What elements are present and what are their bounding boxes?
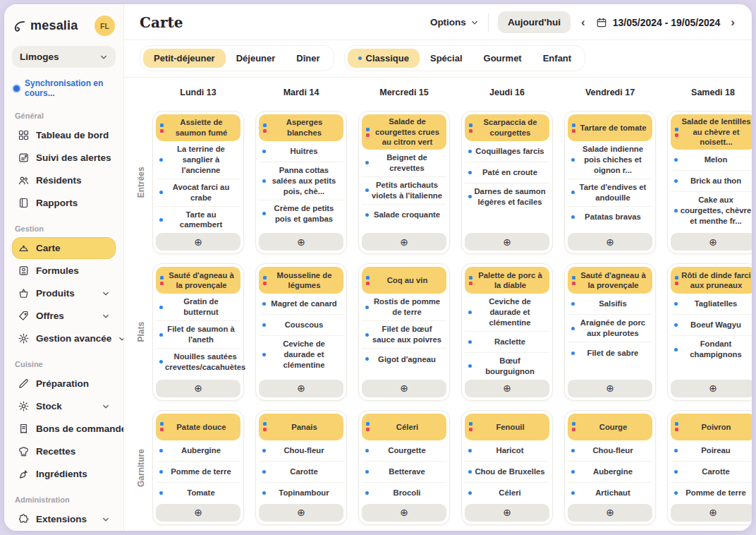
options-dropdown[interactable]: Options bbox=[430, 17, 479, 28]
dish-item[interactable]: Topinambour bbox=[259, 483, 343, 504]
dish-item[interactable]: Chou-fleur bbox=[259, 440, 343, 462]
dish-item[interactable]: Darnes de saumon légères et faciles bbox=[465, 184, 549, 210]
next-week-button[interactable]: › bbox=[729, 16, 736, 28]
dish-item[interactable]: Rostis de pomme de terre bbox=[362, 294, 446, 321]
dish-item[interactable]: Tomate bbox=[156, 483, 240, 504]
dish-item[interactable]: Aubergine bbox=[568, 462, 652, 483]
dish-item[interactable]: Artichaut bbox=[568, 483, 652, 504]
dish-item[interactable]: Huitres bbox=[259, 141, 343, 162]
dish-item[interactable]: La terrine de sanglier à l'ancienne bbox=[156, 141, 240, 179]
dish-item[interactable]: Salade croquante bbox=[362, 205, 446, 226]
dish-item[interactable]: Filet de saumon à l'aneth bbox=[156, 321, 240, 349]
dish-item[interactable]: Avocat farci au crabe bbox=[156, 179, 240, 207]
dish-item[interactable]: Boeuf Wagyu bbox=[671, 315, 752, 336]
add-dish-button[interactable]: ⊕ bbox=[259, 504, 343, 522]
featured-dish[interactable]: Assiette de saumon fumé bbox=[156, 114, 240, 141]
dish-item[interactable]: Céleri bbox=[465, 483, 549, 504]
dish-item[interactable]: Paté en croute bbox=[465, 162, 549, 184]
featured-dish[interactable]: Sauté d'agneau à la provençale bbox=[568, 267, 652, 294]
dish-item[interactable]: Bœuf bourguignon bbox=[465, 353, 549, 380]
add-dish-button[interactable]: ⊕ bbox=[259, 233, 343, 251]
tab-petit-dejeuner[interactable]: Petit-déjeuner bbox=[143, 49, 226, 68]
dish-item[interactable]: Patatas bravas bbox=[568, 207, 652, 228]
add-dish-button[interactable]: ⊕ bbox=[465, 380, 549, 397]
dish-item[interactable]: Melon bbox=[671, 150, 752, 171]
dish-item[interactable]: Araignée de porc aux pleurotes bbox=[568, 315, 652, 342]
dish-item[interactable]: Raclette bbox=[465, 332, 549, 353]
add-dish-button[interactable]: ⊕ bbox=[362, 233, 446, 251]
featured-dish[interactable]: Poivron bbox=[671, 414, 752, 440]
today-button[interactable]: Aujourd'hui bbox=[498, 11, 571, 33]
dish-item[interactable]: Courgette bbox=[362, 440, 446, 462]
tab-enfant[interactable]: Enfant bbox=[532, 49, 582, 68]
dish-item[interactable]: Beignet de crevettes bbox=[362, 150, 446, 177]
dish-item[interactable]: Chou de Bruxelles bbox=[465, 462, 549, 483]
featured-dish[interactable]: Coq au vin bbox=[362, 267, 446, 294]
dish-item[interactable]: Panna cottas salées aux petits pois, chè… bbox=[259, 162, 343, 200]
dish-item[interactable]: Magret de canard bbox=[259, 294, 343, 315]
dish-item[interactable]: Brocoli bbox=[362, 483, 446, 504]
add-dish-button[interactable]: ⊕ bbox=[156, 233, 240, 251]
dish-item[interactable]: Brick au thon bbox=[671, 171, 752, 192]
featured-dish[interactable]: Courge bbox=[568, 414, 652, 440]
sidebar-item-formules[interactable]: Formules bbox=[12, 260, 116, 282]
dish-item[interactable]: Pomme de terre bbox=[671, 483, 752, 504]
dish-item[interactable]: Ceviche de daurade et clémentine bbox=[259, 336, 343, 373]
prev-week-button[interactable]: ‹ bbox=[580, 16, 587, 28]
dish-item[interactable]: Aubergine bbox=[156, 440, 240, 462]
add-dish-button[interactable]: ⊕ bbox=[156, 380, 240, 397]
dish-item[interactable]: Petits artichauts violets à l'italienne bbox=[362, 177, 446, 205]
sidebar-item-gestion-avancee[interactable]: Gestion avancée bbox=[12, 327, 116, 349]
add-dish-button[interactable]: ⊕ bbox=[362, 504, 446, 522]
tab-gourmet[interactable]: Gourmet bbox=[473, 49, 532, 68]
sidebar-item-suivi-des-alertes[interactable]: Suivi des alertes bbox=[12, 147, 116, 169]
sidebar-item-produits[interactable]: Produits bbox=[12, 282, 116, 304]
add-dish-button[interactable]: ⊕ bbox=[362, 380, 446, 397]
featured-dish[interactable]: Céleri bbox=[362, 414, 446, 440]
tab-special[interactable]: Spécial bbox=[420, 49, 473, 68]
dish-item[interactable]: Couscous bbox=[259, 315, 343, 336]
featured-dish[interactable]: Panais bbox=[259, 414, 343, 440]
dish-item[interactable]: Filet de bœuf sauce aux poivres bbox=[362, 321, 446, 349]
tab-diner[interactable]: Dîner bbox=[286, 49, 330, 68]
dish-item[interactable]: Chou-fleur bbox=[568, 440, 652, 462]
dish-item[interactable]: Salade indienne pois chiches et oignon r… bbox=[568, 141, 652, 179]
featured-dish[interactable]: Mousseline de légumes bbox=[259, 267, 343, 294]
add-dish-button[interactable]: ⊕ bbox=[156, 504, 240, 522]
sidebar-item-tableau-de-bord[interactable]: Tableau de bord bbox=[12, 124, 116, 146]
sidebar-item-stock[interactable]: Stock bbox=[12, 395, 116, 417]
featured-dish[interactable]: Fenouil bbox=[465, 414, 549, 440]
dish-item[interactable]: Cake aux courgettes, chèvre et menthe fr… bbox=[671, 192, 752, 229]
featured-dish[interactable]: Salade de courgettes crues au citron ver… bbox=[362, 114, 446, 150]
add-dish-button[interactable]: ⊕ bbox=[671, 504, 752, 522]
sidebar-item-ingredients[interactable]: Ingrédients bbox=[12, 463, 116, 485]
dish-item[interactable]: Tagliatelles bbox=[671, 294, 752, 315]
dish-item[interactable]: Gigot d'agneau bbox=[362, 349, 446, 370]
featured-dish[interactable]: Patate douce bbox=[156, 414, 240, 440]
dish-item[interactable]: Salsifis bbox=[568, 294, 652, 315]
sidebar-item-bons-de-commandes[interactable]: Bons de commandes bbox=[12, 418, 116, 440]
dish-item[interactable]: Gratin de butternut bbox=[156, 294, 240, 321]
dish-item[interactable]: Pomme de terre bbox=[156, 462, 240, 483]
add-dish-button[interactable]: ⊕ bbox=[259, 380, 343, 397]
date-range-picker[interactable]: 13/05/2024 - 19/05/2024 bbox=[596, 17, 721, 28]
dish-item[interactable]: Coquillages farcis bbox=[465, 141, 549, 162]
dish-item[interactable]: Ceviche de daurade et clémentine bbox=[465, 294, 549, 332]
add-dish-button[interactable]: ⊕ bbox=[671, 233, 752, 251]
dish-item[interactable]: Crème de petits pois et gambas bbox=[259, 200, 343, 227]
featured-dish[interactable]: Tartare de tomate bbox=[568, 114, 652, 141]
sidebar-item-recettes[interactable]: Recettes bbox=[12, 440, 116, 462]
featured-dish[interactable]: Sauté d'agneau à la provençale bbox=[156, 267, 240, 294]
dish-item[interactable]: Haricot bbox=[465, 440, 549, 462]
featured-dish[interactable]: Rôti de dinde farci aux pruneaux bbox=[671, 267, 752, 294]
dish-item[interactable]: Poireau bbox=[671, 440, 752, 462]
dish-item[interactable]: Tarte au camembert bbox=[156, 207, 240, 234]
tab-classique[interactable]: Classique bbox=[348, 49, 420, 68]
dish-item[interactable]: Nouilles sautées crevettes/cacahuètes bbox=[156, 349, 240, 375]
tab-dejeuner[interactable]: Déjeuner bbox=[226, 49, 286, 68]
add-dish-button[interactable]: ⊕ bbox=[465, 233, 549, 251]
featured-dish[interactable]: Palette de porc à la diable bbox=[465, 267, 549, 294]
featured-dish[interactable]: Scarpaccia de courgettes bbox=[465, 114, 549, 141]
dish-item[interactable]: Carotte bbox=[259, 462, 343, 483]
dish-item[interactable]: Filet de sabre bbox=[568, 342, 652, 363]
